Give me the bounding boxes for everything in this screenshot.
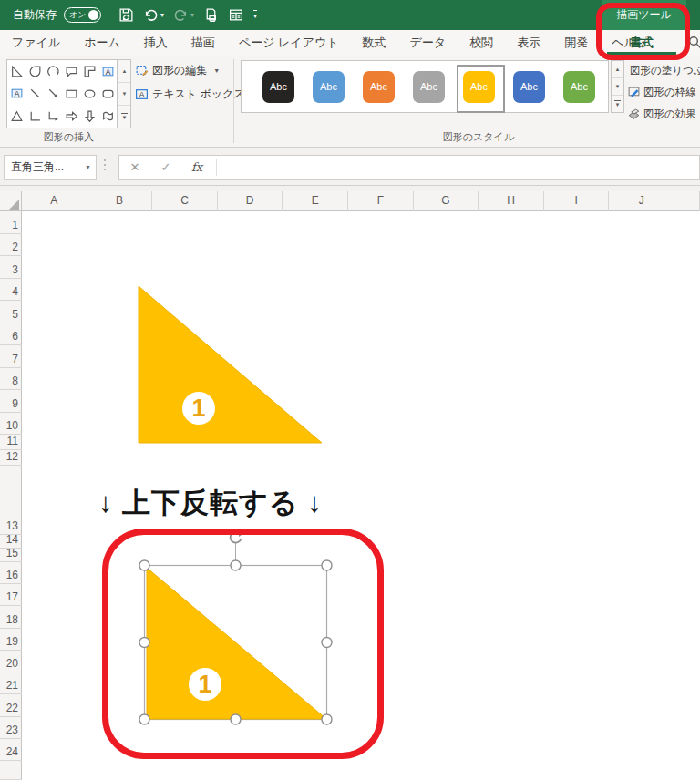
undo-caret-icon[interactable]: ▾ <box>160 11 164 19</box>
shape-teardrop-icon[interactable] <box>26 60 44 83</box>
shape-right-triangle-icon[interactable] <box>7 60 26 83</box>
style-chip-dark-blue[interactable]: Abc <box>513 71 545 103</box>
shape-text-box-icon[interactable]: A <box>7 83 26 106</box>
row-header-16[interactable]: 16 <box>0 562 22 584</box>
shape-text-box-selected-icon[interactable]: A <box>98 60 117 83</box>
style-chip-gold[interactable]: Abc <box>463 71 495 103</box>
column-header-C[interactable]: C <box>152 191 218 211</box>
tab-draw[interactable]: 描画 <box>180 30 227 56</box>
row-header-13[interactable]: 13 <box>0 466 22 535</box>
search-icon[interactable] <box>688 36 700 50</box>
row-header-6[interactable]: 6 <box>0 323 22 346</box>
enter-icon[interactable]: ✓ <box>150 160 181 174</box>
column-header-A[interactable]: A <box>22 191 88 211</box>
row-header-22[interactable]: 22 <box>0 695 22 717</box>
shape-fill-button[interactable]: 図形の塗りつぶし <box>627 59 700 81</box>
row-header-1[interactable]: 1 <box>0 211 22 234</box>
row-header-15[interactable]: 15 <box>0 549 22 562</box>
shape-isosceles-triangle-icon[interactable] <box>7 105 26 128</box>
column-header-B[interactable]: B <box>88 191 153 211</box>
row-header-7[interactable]: 7 <box>0 345 22 368</box>
column-header-F[interactable]: F <box>348 191 414 211</box>
shape-speech-bubble-icon[interactable] <box>62 60 80 83</box>
row-header-partial[interactable] <box>0 761 22 780</box>
row-header-21[interactable]: 21 <box>0 672 22 694</box>
column-header-J[interactable]: J <box>609 191 674 211</box>
row-header-9[interactable]: 9 <box>0 390 22 413</box>
row-header-20[interactable]: 20 <box>0 651 22 672</box>
shape-arrow-icon[interactable] <box>44 83 62 106</box>
column-header-E[interactable]: E <box>283 191 348 211</box>
text-box-button[interactable]: A テキスト ボックス ▼ <box>135 87 258 102</box>
text-box-label: テキスト ボックス <box>152 87 245 102</box>
style-chip-green[interactable]: Abc <box>563 71 595 103</box>
shape-fill-label: 図形の塗りつぶし <box>630 64 700 77</box>
row-header-5[interactable]: 5 <box>0 301 22 323</box>
style-chip-blue[interactable]: Abc <box>313 71 345 103</box>
tab-insert[interactable]: 挿入 <box>132 30 180 56</box>
row-header-10[interactable]: 10 <box>0 413 22 436</box>
style-chip-orange[interactable]: Abc <box>363 71 395 103</box>
row-header-11[interactable]: 11 <box>0 435 22 450</box>
svg-text:A: A <box>139 90 145 99</box>
shape-effects-button[interactable]: 図形の効果 <box>627 103 700 125</box>
shape-right-block-arrow-icon[interactable] <box>62 105 80 128</box>
row-header-12[interactable]: 12 <box>0 450 22 466</box>
gallery-scroll-down-icon[interactable]: ▼ <box>118 83 130 106</box>
row-header-23[interactable]: 23 <box>0 717 22 739</box>
shape-corner-shape-icon[interactable] <box>80 60 98 83</box>
row-header-18[interactable]: 18 <box>0 606 22 628</box>
select-all-corner[interactable] <box>0 191 22 211</box>
shape-flowchart-scroll-icon[interactable] <box>98 105 117 128</box>
form-view-icon[interactable] <box>225 5 247 25</box>
style-scroll-up-icon[interactable]: ▲ <box>612 61 623 78</box>
row-header-2[interactable]: 2 <box>0 234 22 257</box>
tab-file[interactable]: ファイル <box>0 30 72 56</box>
column-header-I[interactable]: I <box>544 191 610 211</box>
row-header-17[interactable]: 17 <box>0 584 22 606</box>
tab-formulas[interactable]: 数式 <box>351 30 398 56</box>
shape-rounded-rectangle-icon[interactable] <box>98 83 117 106</box>
tab-page-layout[interactable]: ページ レイアウト <box>227 30 351 56</box>
style-chip-gray[interactable]: Abc <box>413 71 445 103</box>
column-header-D[interactable]: D <box>218 191 283 211</box>
formula-input[interactable] <box>221 156 699 179</box>
qat-customize-icon[interactable]: ▾ <box>251 8 260 22</box>
shape-elbow-connector-icon[interactable] <box>26 105 44 128</box>
shape-elbow-arrow-connector-icon[interactable] <box>44 105 62 128</box>
row-header-4[interactable]: 4 <box>0 279 22 302</box>
cancel-icon[interactable]: ✕ <box>119 160 150 174</box>
name-box[interactable]: 直角三角... ▼ <box>4 155 97 180</box>
column-header-H[interactable]: H <box>479 191 544 211</box>
shape-oval-icon[interactable] <box>80 83 98 106</box>
tab-view[interactable]: 表示 <box>505 30 552 56</box>
save-icon[interactable] <box>116 5 137 25</box>
tab-review[interactable]: 校閲 <box>458 30 505 56</box>
style-scroll-down-icon[interactable]: ▼ <box>612 78 623 96</box>
row-header-19[interactable]: 19 <box>0 629 22 651</box>
row-header-3[interactable]: 3 <box>0 256 22 279</box>
row-header-14[interactable]: 14 <box>0 535 22 549</box>
style-chip-black[interactable]: Abc <box>262 71 294 103</box>
shape-line-icon[interactable] <box>26 83 44 106</box>
style-more-icon[interactable]: ▼ <box>612 96 623 112</box>
row-header-8[interactable]: 8 <box>0 368 22 391</box>
row-header-24[interactable]: 24 <box>0 739 22 761</box>
column-header-G[interactable]: G <box>414 191 479 211</box>
shape-arc-arrow-icon[interactable] <box>44 60 62 83</box>
column-header-partial[interactable] <box>674 191 700 211</box>
tab-data[interactable]: データ <box>398 30 458 56</box>
gallery-scroll-up-icon[interactable]: ▲ <box>118 60 130 83</box>
print-preview-icon[interactable] <box>201 5 221 25</box>
tab-home[interactable]: ホーム <box>72 30 132 56</box>
tab-developer[interactable]: 開発 <box>552 30 600 56</box>
insert-function-icon[interactable]: fx <box>181 160 212 174</box>
shape-outline-button[interactable]: 図形の枠線 <box>627 81 700 103</box>
name-box-caret-icon[interactable]: ▼ <box>85 164 91 170</box>
autosave-toggle[interactable]: オン <box>64 7 101 23</box>
shape-rectangle-icon[interactable] <box>62 83 80 106</box>
undo-button[interactable]: ▾ <box>140 5 167 25</box>
shape-down-block-arrow-icon[interactable] <box>80 105 98 128</box>
gallery-more-icon[interactable]: ▼ <box>118 106 130 128</box>
edit-shape-button[interactable]: 図形の編集 ▼ <box>135 63 220 78</box>
